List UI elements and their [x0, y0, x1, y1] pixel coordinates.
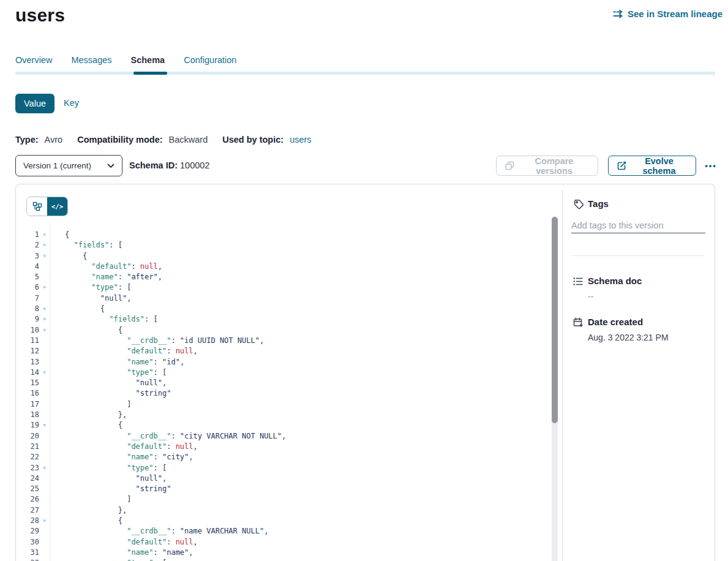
line-number: 12	[16, 346, 39, 356]
fold-toggle-icon[interactable]: ▾	[39, 314, 50, 325]
tag-icon	[574, 199, 584, 209]
tree-view-icon	[32, 201, 42, 211]
stream-lineage-link[interactable]: See in Stream lineage	[613, 9, 722, 19]
tab-overview[interactable]: Overview	[15, 55, 52, 65]
editor-view-toggle: </>	[26, 197, 68, 216]
fold-toggle-icon[interactable]: ▾	[39, 420, 50, 431]
fold-spacer	[39, 537, 50, 548]
fold-toggle-icon[interactable]: ▾	[39, 325, 50, 336]
sidebar-divider	[562, 190, 563, 561]
fold-spacer	[39, 388, 50, 399]
code-line: 19▾ {	[16, 420, 696, 431]
code-text: {	[50, 230, 69, 240]
code-line: 3▾ {	[16, 251, 696, 262]
tags-input[interactable]	[571, 217, 705, 233]
fold-spacer	[39, 346, 50, 356]
version-select[interactable]: Version 1 (current)	[15, 155, 122, 176]
used-by-topic-link[interactable]: users	[290, 135, 311, 145]
used-by-topic-label: Used by topic:	[222, 135, 283, 145]
line-number: 4	[16, 262, 39, 272]
fold-toggle-icon[interactable]: ▾	[39, 304, 50, 314]
fold-toggle-icon[interactable]: ▾	[39, 516, 50, 526]
fold-spacer	[39, 399, 50, 410]
code-text: {	[50, 251, 87, 262]
tree-view-button[interactable]	[27, 197, 47, 216]
schema-id-value: 100002	[180, 160, 209, 170]
code-text: "__crdb__": "city VARCHAR NOT NULL",	[50, 431, 286, 442]
line-number: 26	[16, 494, 39, 505]
fold-spacer	[39, 452, 50, 462]
code-line: 4 "default": null,	[16, 262, 696, 272]
fold-toggle-icon[interactable]: ▾	[39, 282, 50, 293]
code-text: "null",	[50, 473, 167, 484]
fold-toggle-icon[interactable]: ▾	[39, 240, 50, 250]
tab-schema[interactable]: Schema	[131, 55, 165, 65]
line-number: 3	[16, 251, 39, 262]
fold-spacer	[39, 410, 50, 420]
line-number: 19	[16, 420, 39, 431]
schema-id: Schema ID: 100002	[129, 160, 209, 170]
type-label: Type:	[15, 135, 39, 145]
evolve-schema-label: Evolve schema	[631, 156, 687, 176]
tab-configuration[interactable]: Configuration	[184, 55, 236, 65]
code-view-button[interactable]: </>	[47, 197, 67, 216]
code-text: "type": [	[50, 367, 167, 378]
code-line: 17 ]	[16, 399, 696, 410]
line-number: 10	[16, 325, 39, 336]
fold-spacer	[39, 293, 50, 304]
code-line: 16 "string"	[16, 388, 696, 399]
code-line: 15 "null",	[16, 378, 696, 388]
line-number: 17	[16, 399, 39, 410]
fold-spacer	[39, 336, 50, 346]
code-line: 22 "name": "city",	[16, 452, 696, 462]
schema-panel: </> 1▾{2▾ "fields": [3▾ {4 "default": nu…	[15, 184, 715, 561]
code-line: 32▾ "type": [	[16, 558, 696, 561]
line-number: 2	[16, 240, 39, 250]
fold-spacer	[39, 494, 50, 505]
code-text: {	[50, 420, 122, 431]
evolve-schema-icon	[617, 161, 626, 170]
schema-doc-value: --	[588, 292, 593, 301]
code-text: "string"	[50, 484, 171, 494]
editor-scrollbar-thumb[interactable]	[552, 217, 558, 423]
key-toggle-button[interactable]: Key	[64, 98, 79, 108]
fold-toggle-icon[interactable]: ▾	[39, 558, 50, 561]
evolve-schema-button[interactable]: Evolve schema	[608, 156, 696, 176]
code-text: {	[50, 304, 105, 314]
line-number: 27	[16, 505, 39, 516]
code-text: "name": "after",	[50, 272, 162, 282]
tab-messages[interactable]: Messages	[71, 55, 111, 65]
code-line: 7 "null",	[16, 293, 696, 304]
tabs: OverviewMessagesSchemaConfiguration	[15, 55, 236, 65]
line-number: 28	[16, 516, 39, 526]
fold-toggle-icon[interactable]: ▾	[39, 463, 50, 473]
fold-spacer	[39, 378, 50, 388]
code-text: "__crdb__": "id UUID NOT NULL",	[50, 336, 264, 346]
line-number: 14	[16, 367, 39, 378]
line-number: 18	[16, 410, 39, 420]
date-created-value: Aug. 3 2022 3:21 PM	[588, 333, 669, 342]
stream-lineage-label: See in Stream lineage	[628, 9, 722, 19]
code-line: 8▾ {	[16, 304, 696, 314]
line-number: 13	[16, 357, 39, 367]
stream-lineage-icon	[613, 9, 623, 18]
code-text: "name": "id",	[50, 357, 184, 367]
compare-versions-button[interactable]: Compare versions	[496, 156, 598, 176]
code-text: "type": [	[50, 282, 131, 293]
code-text: "default": null,	[50, 346, 198, 356]
fold-toggle-icon[interactable]: ▾	[39, 230, 50, 240]
code-text: "null",	[50, 378, 167, 388]
more-options-button[interactable]: •••	[700, 156, 721, 175]
code-text: "__crdb__": "name VARCHAR NULL",	[50, 526, 268, 537]
fold-toggle-icon[interactable]: ▾	[39, 251, 50, 262]
editor-scrollbar	[552, 216, 558, 561]
fold-spacer	[39, 431, 50, 442]
fold-toggle-icon[interactable]: ▾	[39, 367, 50, 378]
compatibility-value: Backward	[169, 135, 208, 145]
line-number: 31	[16, 548, 39, 558]
code-line: 21 "default": null,	[16, 442, 696, 452]
fold-spacer	[39, 262, 50, 272]
fold-spacer	[39, 548, 50, 558]
compare-versions-icon	[505, 161, 514, 170]
value-toggle-button[interactable]: Value	[15, 94, 54, 113]
